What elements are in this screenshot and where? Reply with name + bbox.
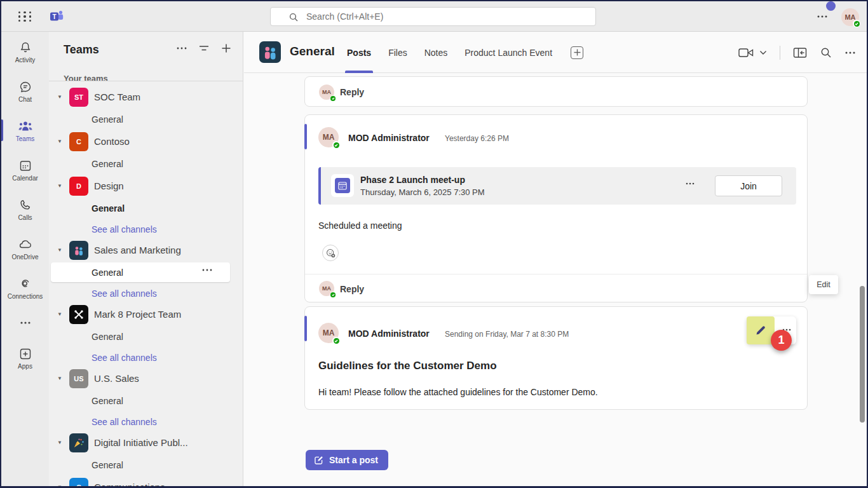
annotation-step-badge: 1 <box>771 330 792 351</box>
bell-icon <box>18 40 33 55</box>
rail-item-calls[interactable]: Calls <box>1 189 49 229</box>
sidebar-more-icon[interactable] <box>177 46 187 50</box>
team-us-sales[interactable]: ▼ US U.S. Sales <box>49 367 243 390</box>
unread-indicator <box>304 124 307 149</box>
channel-sales-general-selected[interactable]: General <box>51 262 230 282</box>
rail-more-apps[interactable] <box>1 308 49 338</box>
calendar-icon <box>18 158 33 173</box>
meeting-title: Phase 2 Launch meet-up <box>360 175 465 185</box>
rail-item-chat[interactable]: Chat <box>1 71 49 111</box>
chevron-down-icon[interactable]: ▼ <box>57 484 64 486</box>
see-all-channels-link[interactable]: See all channels <box>49 219 243 239</box>
cloud-icon <box>17 237 34 252</box>
tab-files[interactable]: Files <box>388 32 407 73</box>
channel-design-general[interactable]: General <box>49 197 243 219</box>
chevron-down-icon[interactable]: ▼ <box>57 376 64 381</box>
tab-notes[interactable]: Notes <box>424 32 448 73</box>
team-digital-initiative[interactable]: ▼ Digital Initiative Publ... <box>49 431 243 454</box>
channel-name: General <box>92 396 123 406</box>
ellipsis-icon <box>20 321 31 325</box>
reply-button[interactable]: Reply <box>340 87 364 97</box>
rail-item-teams[interactable]: Teams <box>1 111 49 150</box>
apps-plus-icon <box>18 346 33 362</box>
compose-icon <box>313 455 324 466</box>
team-avatar: D <box>69 177 88 196</box>
channel-options-icon[interactable] <box>202 268 212 272</box>
presence-available-icon <box>332 337 340 344</box>
presence-available-icon <box>332 141 340 149</box>
channel-main: General Posts Files Notes Product Launch… <box>244 32 867 486</box>
search-input[interactable] <box>290 11 531 22</box>
rail-item-calendar[interactable]: Calendar <box>1 150 49 189</box>
see-all-channels-link[interactable]: See all channels <box>49 412 243 431</box>
search-bar[interactable] <box>270 7 596 26</box>
reply-button[interactable]: Reply <box>340 284 364 294</box>
divider <box>780 46 780 60</box>
message-card-partial: MA Reply <box>304 76 808 107</box>
team-design[interactable]: ▼ D Design <box>49 175 243 197</box>
channel-name: General <box>92 114 123 125</box>
message-card-scheduled: MA MOD Administrator Sending on Friday, … <box>304 306 808 410</box>
team-contoso[interactable]: ▼ C Contoso <box>49 130 243 152</box>
meet-camera-icon[interactable] <box>738 46 754 59</box>
team-communications[interactable]: ▼ C Communications <box>49 476 243 486</box>
channel-tabs: Posts Files Notes Product Launch Event <box>347 32 583 73</box>
teams-people-icon <box>17 119 34 134</box>
channel-soc-general[interactable]: General <box>49 108 243 130</box>
tab-posts[interactable]: Posts <box>347 32 371 73</box>
channel-name: General <box>92 159 123 169</box>
open-pane-icon[interactable] <box>793 47 807 58</box>
avatar-initials: MA <box>323 133 335 142</box>
chevron-down-icon[interactable]: ▼ <box>57 139 64 144</box>
filter-icon[interactable] <box>198 44 210 53</box>
team-name: Communications <box>94 482 165 486</box>
rail-item-label: Calendar <box>12 175 38 182</box>
topbar-more-icon[interactable] <box>817 12 827 21</box>
team-mark-8-project[interactable]: ▼ Mark 8 Project Team <box>49 303 243 325</box>
channel-more-icon[interactable] <box>845 51 855 55</box>
chevron-down-icon[interactable]: ▼ <box>57 440 64 445</box>
add-tab-icon[interactable] <box>571 46 583 59</box>
channel-contoso-general[interactable]: General <box>49 152 243 175</box>
see-all-channels-link[interactable]: See all channels <box>49 283 243 303</box>
rail-item-activity[interactable]: Activity <box>1 32 49 71</box>
team-soc-team[interactable]: ▼ ST SOC Team <box>49 86 243 108</box>
app-launcher-waffle-icon[interactable] <box>18 10 32 24</box>
meet-chevron-down-icon[interactable] <box>759 50 767 55</box>
channel-digital-general[interactable]: General <box>49 454 243 476</box>
meeting-card[interactable]: Phase 2 Launch meet-up Thursday, March 6… <box>318 167 796 205</box>
channel-ussales-general[interactable]: General <box>49 390 243 412</box>
meeting-datetime: Thursday, March 6, 2025 7:30 PM <box>360 187 485 197</box>
see-all-channels-link[interactable]: See all channels <box>49 348 243 367</box>
chevron-down-icon[interactable]: ▼ <box>57 311 64 317</box>
search-icon <box>288 12 299 22</box>
post-title: Guidelines for the Customer Demo <box>318 360 497 372</box>
channel-mark8-general[interactable]: General <box>49 325 243 348</box>
teams-sidebar: Teams Your teams ▼ ST SOC Team General ▼ <box>49 32 243 486</box>
scrollbar-thumb[interactable] <box>860 286 865 423</box>
avatar-initials: MA <box>322 285 331 292</box>
add-team-icon[interactable] <box>221 43 231 53</box>
message-card-meeting: MA MOD Administrator Yesterday 6:26 PM P… <box>304 114 808 302</box>
chevron-down-icon[interactable]: ▼ <box>57 94 64 100</box>
see-all-label: See all channels <box>92 353 157 363</box>
start-post-button[interactable]: Start a post <box>306 450 388 470</box>
channel-search-icon[interactable] <box>820 46 832 59</box>
chevron-down-icon[interactable]: ▼ <box>57 247 64 253</box>
meeting-more-icon[interactable] <box>686 182 695 185</box>
avatar[interactable]: MA <box>841 8 859 26</box>
add-reaction-icon[interactable] <box>322 245 339 261</box>
team-sales-and-marketing[interactable]: ▼ Sales and Marketing <box>49 239 243 261</box>
team-initials: ST <box>74 93 83 101</box>
tab-product-launch-event[interactable]: Product Launch Event <box>465 32 552 73</box>
rail-item-label: Chat <box>18 96 32 103</box>
chevron-down-icon[interactable]: ▼ <box>57 183 64 189</box>
teams-app-window: T MA Activity Chat <box>1 1 867 486</box>
join-button[interactable]: Join <box>715 175 782 196</box>
sidebar-header: Teams <box>49 32 243 69</box>
rail-item-onedrive[interactable]: OneDrive <box>1 229 49 268</box>
rail-item-apps[interactable]: Apps <box>1 338 49 377</box>
rail-item-connections[interactable]: Connections <box>1 268 49 308</box>
page-title: General <box>290 44 335 58</box>
rail-item-label: Connections <box>8 293 43 300</box>
